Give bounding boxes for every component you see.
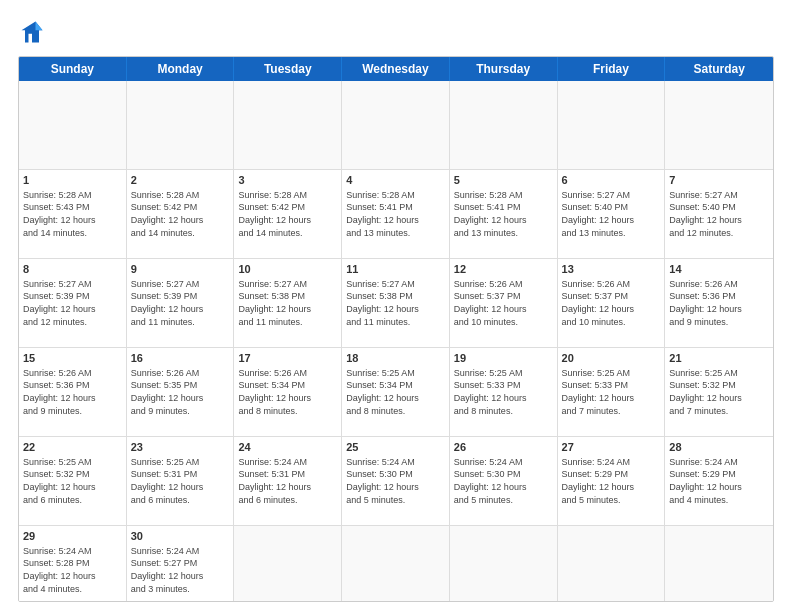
day-number: 14	[669, 262, 769, 277]
calendar-cell-w2c6: 14Sunrise: 5:26 AM Sunset: 5:36 PM Dayli…	[665, 259, 773, 347]
day-info: Sunrise: 5:27 AM Sunset: 5:40 PM Dayligh…	[562, 189, 661, 239]
calendar-cell-w4c4: 26Sunrise: 5:24 AM Sunset: 5:30 PM Dayli…	[450, 437, 558, 525]
calendar-week-1: 1Sunrise: 5:28 AM Sunset: 5:43 PM Daylig…	[19, 170, 773, 259]
day-info: Sunrise: 5:28 AM Sunset: 5:43 PM Dayligh…	[23, 189, 122, 239]
svg-marker-1	[36, 22, 43, 31]
calendar-header: Sunday Monday Tuesday Wednesday Thursday…	[19, 57, 773, 81]
day-number: 3	[238, 173, 337, 188]
day-number: 21	[669, 351, 769, 366]
day-info: Sunrise: 5:24 AM Sunset: 5:29 PM Dayligh…	[562, 456, 661, 506]
calendar-cell-w0c0	[19, 81, 127, 169]
day-number: 6	[562, 173, 661, 188]
calendar-cell-w4c2: 24Sunrise: 5:24 AM Sunset: 5:31 PM Dayli…	[234, 437, 342, 525]
header-wednesday: Wednesday	[342, 57, 450, 81]
day-info: Sunrise: 5:25 AM Sunset: 5:33 PM Dayligh…	[454, 367, 553, 417]
header-monday: Monday	[127, 57, 235, 81]
calendar-cell-w4c0: 22Sunrise: 5:25 AM Sunset: 5:32 PM Dayli…	[19, 437, 127, 525]
calendar-cell-w5c3	[342, 526, 450, 602]
page: Sunday Monday Tuesday Wednesday Thursday…	[0, 0, 792, 612]
calendar: Sunday Monday Tuesday Wednesday Thursday…	[18, 56, 774, 602]
day-info: Sunrise: 5:26 AM Sunset: 5:34 PM Dayligh…	[238, 367, 337, 417]
day-info: Sunrise: 5:24 AM Sunset: 5:28 PM Dayligh…	[23, 545, 122, 595]
calendar-cell-w0c6	[665, 81, 773, 169]
day-number: 5	[454, 173, 553, 188]
day-number: 19	[454, 351, 553, 366]
day-info: Sunrise: 5:25 AM Sunset: 5:32 PM Dayligh…	[669, 367, 769, 417]
calendar-cell-w1c4: 5Sunrise: 5:28 AM Sunset: 5:41 PM Daylig…	[450, 170, 558, 258]
day-number: 13	[562, 262, 661, 277]
day-number: 18	[346, 351, 445, 366]
calendar-cell-w5c0: 29Sunrise: 5:24 AM Sunset: 5:28 PM Dayli…	[19, 526, 127, 602]
day-number: 30	[131, 529, 230, 544]
calendar-cell-w4c3: 25Sunrise: 5:24 AM Sunset: 5:30 PM Dayli…	[342, 437, 450, 525]
day-number: 9	[131, 262, 230, 277]
calendar-cell-w2c0: 8Sunrise: 5:27 AM Sunset: 5:39 PM Daylig…	[19, 259, 127, 347]
calendar-cell-w1c6: 7Sunrise: 5:27 AM Sunset: 5:40 PM Daylig…	[665, 170, 773, 258]
day-number: 26	[454, 440, 553, 455]
calendar-cell-w2c2: 10Sunrise: 5:27 AM Sunset: 5:38 PM Dayli…	[234, 259, 342, 347]
calendar-cell-w1c0: 1Sunrise: 5:28 AM Sunset: 5:43 PM Daylig…	[19, 170, 127, 258]
calendar-cell-w0c4	[450, 81, 558, 169]
day-info: Sunrise: 5:27 AM Sunset: 5:39 PM Dayligh…	[131, 278, 230, 328]
day-number: 20	[562, 351, 661, 366]
calendar-cell-w0c3	[342, 81, 450, 169]
calendar-cell-w0c1	[127, 81, 235, 169]
calendar-cell-w3c2: 17Sunrise: 5:26 AM Sunset: 5:34 PM Dayli…	[234, 348, 342, 436]
calendar-week-4: 22Sunrise: 5:25 AM Sunset: 5:32 PM Dayli…	[19, 437, 773, 526]
day-number: 2	[131, 173, 230, 188]
calendar-cell-w5c1: 30Sunrise: 5:24 AM Sunset: 5:27 PM Dayli…	[127, 526, 235, 602]
day-info: Sunrise: 5:27 AM Sunset: 5:39 PM Dayligh…	[23, 278, 122, 328]
logo	[18, 18, 48, 46]
calendar-cell-w5c5	[558, 526, 666, 602]
calendar-cell-w2c3: 11Sunrise: 5:27 AM Sunset: 5:38 PM Dayli…	[342, 259, 450, 347]
calendar-cell-w1c1: 2Sunrise: 5:28 AM Sunset: 5:42 PM Daylig…	[127, 170, 235, 258]
calendar-cell-w3c0: 15Sunrise: 5:26 AM Sunset: 5:36 PM Dayli…	[19, 348, 127, 436]
header-thursday: Thursday	[450, 57, 558, 81]
day-info: Sunrise: 5:25 AM Sunset: 5:32 PM Dayligh…	[23, 456, 122, 506]
day-number: 23	[131, 440, 230, 455]
day-info: Sunrise: 5:26 AM Sunset: 5:36 PM Dayligh…	[669, 278, 769, 328]
day-number: 11	[346, 262, 445, 277]
day-number: 28	[669, 440, 769, 455]
calendar-cell-w3c1: 16Sunrise: 5:26 AM Sunset: 5:35 PM Dayli…	[127, 348, 235, 436]
calendar-cell-w5c4	[450, 526, 558, 602]
calendar-cell-w1c2: 3Sunrise: 5:28 AM Sunset: 5:42 PM Daylig…	[234, 170, 342, 258]
day-number: 12	[454, 262, 553, 277]
header-saturday: Saturday	[665, 57, 773, 81]
calendar-cell-w3c5: 20Sunrise: 5:25 AM Sunset: 5:33 PM Dayli…	[558, 348, 666, 436]
calendar-week-0	[19, 81, 773, 170]
header	[18, 18, 774, 46]
day-info: Sunrise: 5:25 AM Sunset: 5:33 PM Dayligh…	[562, 367, 661, 417]
day-info: Sunrise: 5:28 AM Sunset: 5:41 PM Dayligh…	[454, 189, 553, 239]
calendar-cell-w3c4: 19Sunrise: 5:25 AM Sunset: 5:33 PM Dayli…	[450, 348, 558, 436]
calendar-cell-w4c6: 28Sunrise: 5:24 AM Sunset: 5:29 PM Dayli…	[665, 437, 773, 525]
day-info: Sunrise: 5:28 AM Sunset: 5:42 PM Dayligh…	[238, 189, 337, 239]
day-info: Sunrise: 5:24 AM Sunset: 5:30 PM Dayligh…	[454, 456, 553, 506]
day-number: 1	[23, 173, 122, 188]
day-info: Sunrise: 5:26 AM Sunset: 5:35 PM Dayligh…	[131, 367, 230, 417]
calendar-cell-w2c1: 9Sunrise: 5:27 AM Sunset: 5:39 PM Daylig…	[127, 259, 235, 347]
day-number: 17	[238, 351, 337, 366]
calendar-cell-w5c2	[234, 526, 342, 602]
day-info: Sunrise: 5:26 AM Sunset: 5:36 PM Dayligh…	[23, 367, 122, 417]
day-info: Sunrise: 5:24 AM Sunset: 5:30 PM Dayligh…	[346, 456, 445, 506]
calendar-cell-w1c5: 6Sunrise: 5:27 AM Sunset: 5:40 PM Daylig…	[558, 170, 666, 258]
svg-marker-0	[22, 22, 43, 43]
day-number: 22	[23, 440, 122, 455]
day-info: Sunrise: 5:27 AM Sunset: 5:40 PM Dayligh…	[669, 189, 769, 239]
day-number: 4	[346, 173, 445, 188]
calendar-cell-w4c1: 23Sunrise: 5:25 AM Sunset: 5:31 PM Dayli…	[127, 437, 235, 525]
calendar-cell-w2c4: 12Sunrise: 5:26 AM Sunset: 5:37 PM Dayli…	[450, 259, 558, 347]
day-info: Sunrise: 5:26 AM Sunset: 5:37 PM Dayligh…	[562, 278, 661, 328]
calendar-cell-w1c3: 4Sunrise: 5:28 AM Sunset: 5:41 PM Daylig…	[342, 170, 450, 258]
calendar-cell-w5c6	[665, 526, 773, 602]
day-info: Sunrise: 5:24 AM Sunset: 5:27 PM Dayligh…	[131, 545, 230, 595]
logo-icon	[18, 18, 46, 46]
day-number: 25	[346, 440, 445, 455]
calendar-week-2: 8Sunrise: 5:27 AM Sunset: 5:39 PM Daylig…	[19, 259, 773, 348]
day-number: 29	[23, 529, 122, 544]
day-number: 24	[238, 440, 337, 455]
day-info: Sunrise: 5:24 AM Sunset: 5:31 PM Dayligh…	[238, 456, 337, 506]
day-info: Sunrise: 5:27 AM Sunset: 5:38 PM Dayligh…	[238, 278, 337, 328]
header-tuesday: Tuesday	[234, 57, 342, 81]
